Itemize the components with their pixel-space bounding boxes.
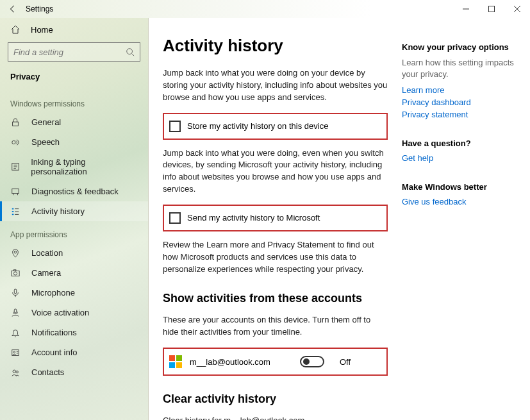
titlebar: Settings: [0, 0, 530, 18]
sidebar-item-diagnostics[interactable]: Diagnostics & feedback: [0, 181, 148, 201]
svg-point-32: [13, 370, 15, 373]
activity-icon: [11, 207, 22, 216]
aside-question-title: Have a question?: [402, 139, 518, 148]
svg-line-5: [132, 54, 135, 56]
description-3: Review the Learn more and Privacy Statem…: [163, 239, 388, 276]
svg-rect-1: [489, 6, 495, 12]
link-privacy-dashboard[interactable]: Privacy dashboard: [402, 97, 518, 107]
description-2: Jump back into what you were doing, even…: [163, 147, 388, 196]
home-icon: [10, 24, 22, 35]
sidebar-item-inking[interactable]: Inking & typing personalization: [0, 152, 148, 181]
svg-rect-6: [13, 122, 19, 126]
camera-icon: [11, 269, 22, 278]
maximize-button[interactable]: [479, 0, 504, 18]
search-input[interactable]: [8, 42, 140, 62]
sidebar-item-label: Diagnostics & feedback: [31, 187, 119, 196]
link-privacy-statement[interactable]: Privacy statement: [402, 110, 518, 119]
aside-privacy-desc: Learn how this setting impacts your priv…: [402, 57, 518, 80]
sidebar-item-label: Contacts: [31, 367, 64, 377]
sidebar-item-label: Inking & typing personalization: [31, 157, 139, 176]
account-icon: [11, 348, 22, 357]
mic-icon: [11, 289, 22, 298]
lock-icon: [11, 118, 22, 127]
link-learn-more[interactable]: Learn more: [402, 85, 518, 95]
checkbox-store-history[interactable]: Store my activity history on this device: [163, 113, 388, 140]
sidebar-item-general[interactable]: General: [0, 112, 148, 132]
home-label: Home: [31, 25, 53, 35]
sidebar-item-label: Voice activation: [31, 308, 89, 317]
diagnostics-icon: [11, 187, 22, 196]
checkbox-label: Send my activity history to Microsoft: [187, 213, 320, 223]
aside-privacy-title: Know your privacy options: [402, 42, 518, 52]
checkbox-icon[interactable]: [169, 121, 181, 132]
section-clear-title: Clear activity history: [163, 392, 388, 406]
svg-point-21: [14, 251, 17, 253]
sidebar-item-microphone[interactable]: Microphone: [0, 283, 148, 303]
sidebar-item-label: Speech: [31, 137, 60, 147]
svg-point-29: [13, 351, 15, 353]
sidebar-item-label: Camera: [31, 268, 61, 278]
checkbox-icon[interactable]: [169, 212, 181, 224]
sidebar-item-notifications[interactable]: Notifications: [0, 323, 148, 342]
link-give-feedback[interactable]: Give us feedback: [402, 197, 518, 206]
page-title: Activity history: [163, 36, 388, 56]
svg-point-7: [12, 140, 15, 144]
breadcrumb: Privacy: [0, 68, 148, 90]
svg-rect-24: [13, 269, 16, 271]
location-icon: [11, 249, 22, 258]
sidebar-item-voice-activation[interactable]: Voice activation: [0, 303, 148, 323]
contacts-icon: [11, 368, 22, 377]
svg-point-33: [16, 371, 19, 373]
search-icon: [126, 47, 135, 56]
close-button[interactable]: [504, 0, 530, 18]
aside-feedback-title: Make Windows better: [402, 182, 518, 192]
link-get-help[interactable]: Get help: [402, 153, 518, 163]
home-button[interactable]: Home: [0, 18, 148, 40]
back-button[interactable]: [6, 3, 19, 15]
description-1: Jump back into what you were doing on yo…: [163, 67, 388, 104]
sidebar-item-speech[interactable]: Speech: [0, 132, 148, 152]
search-field[interactable]: [13, 47, 126, 57]
svg-point-4: [127, 49, 133, 55]
accounts-desc: These are your accounts on this device. …: [163, 314, 388, 339]
sidebar-item-location[interactable]: Location: [0, 243, 148, 263]
sidebar-item-camera[interactable]: Camera: [0, 263, 148, 283]
main-content: Activity history Jump back into what you…: [149, 18, 402, 420]
group-label-windows: Windows permissions: [0, 90, 148, 112]
group-label-app: App permissions: [0, 221, 148, 243]
inking-icon: [11, 162, 22, 171]
svg-point-23: [13, 271, 17, 274]
sidebar-item-label: General: [31, 117, 61, 127]
clear-desc: Clear history for m__lab@outlook.com: [163, 415, 388, 420]
sidebar-item-label: Microphone: [31, 288, 75, 298]
window-title: Settings: [26, 4, 53, 13]
sidebar-item-label: Activity history: [31, 206, 85, 216]
svg-rect-25: [14, 289, 17, 293]
aside-panel: Know your privacy options Learn how this…: [402, 18, 530, 420]
svg-rect-26: [14, 308, 17, 312]
sidebar-item-account-info[interactable]: Account info: [0, 342, 148, 362]
account-toggle[interactable]: [300, 356, 324, 367]
voice-icon: [11, 308, 22, 317]
sidebar-item-activity-history[interactable]: Activity history: [0, 201, 148, 221]
checkbox-send-microsoft[interactable]: Send my activity history to Microsoft: [163, 205, 388, 231]
account-row: m__lab@outlook.com Off: [163, 348, 388, 376]
toggle-state-label: Off: [340, 357, 351, 367]
section-accounts-title: Show activities from these accounts: [163, 292, 388, 305]
sidebar-item-label: Location: [31, 248, 63, 258]
sidebar: Home Privacy Windows permissions General…: [0, 18, 149, 420]
sidebar-item-contacts[interactable]: Contacts: [0, 362, 148, 382]
account-email: m__lab@outlook.com: [190, 357, 292, 367]
microsoft-logo-icon: [169, 355, 182, 368]
checkbox-label: Store my activity history on this device: [187, 121, 328, 131]
minimize-button[interactable]: [453, 0, 479, 18]
speech-icon: [11, 138, 22, 147]
svg-rect-12: [12, 189, 19, 193]
sidebar-item-label: Notifications: [31, 328, 77, 337]
sidebar-item-label: Account info: [31, 348, 78, 357]
notifications-icon: [11, 328, 22, 337]
